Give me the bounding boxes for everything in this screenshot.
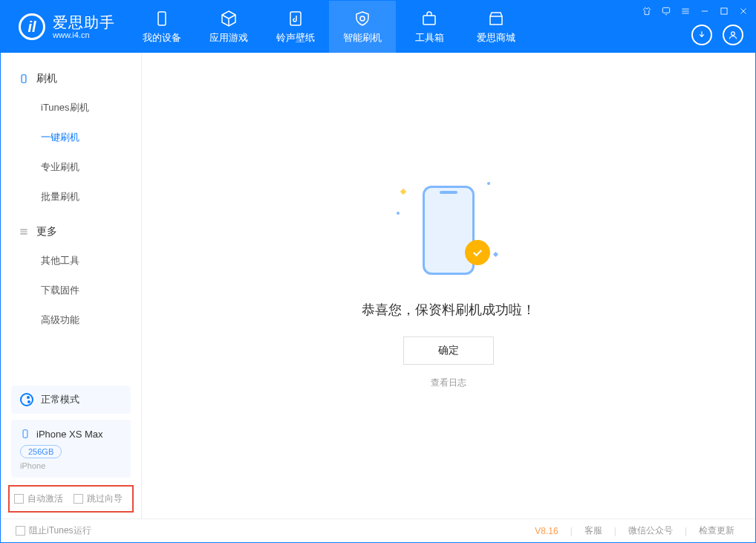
app-title: 爱思助手	[53, 14, 115, 30]
tab-ringtone-wallpaper[interactable]: 铃声壁纸	[262, 1, 329, 53]
spark-icon	[493, 252, 498, 257]
checkbox-skip-guide[interactable]: 跳过向导	[74, 492, 123, 505]
sidebar: 刷机 iTunes刷机 一键刷机 专业刷机 批量刷机 更多 其他工具 下载固件 …	[1, 53, 142, 518]
divider: |	[570, 526, 573, 536]
checkbox-label: 阻止iTunes运行	[29, 524, 91, 537]
sidebar-item-batch-flash[interactable]: 批量刷机	[1, 182, 141, 212]
tab-toolbox[interactable]: 工具箱	[396, 1, 463, 53]
sidebar-section-title: 更多	[36, 225, 57, 238]
svg-point-4	[731, 32, 735, 36]
minimize-button[interactable]	[699, 5, 711, 17]
header: il 爱思助手 www.i4.cn 我的设备 应用游戏 铃声壁纸 智能刷机	[1, 1, 755, 53]
svg-rect-2	[423, 16, 435, 25]
dot-icon	[397, 212, 400, 215]
sidebar-section-title: 刷机	[36, 72, 57, 85]
svg-rect-8	[23, 430, 27, 438]
footer: 阻止iTunes运行 V8.16 | 客服 | 微信公众号 | 检查更新	[1, 518, 755, 542]
window-controls	[641, 5, 749, 17]
sidebar-section-more: 更多	[1, 219, 141, 246]
music-file-icon	[286, 9, 305, 28]
mode-label: 正常模式	[41, 393, 79, 406]
footer-right: V8.16 | 客服 | 微信公众号 | 检查更新	[535, 524, 740, 537]
main-tabs: 我的设备 应用游戏 铃声壁纸 智能刷机 工具箱 爱思商城	[128, 1, 529, 53]
checkbox-box-icon	[74, 494, 83, 504]
svg-rect-7	[22, 75, 26, 83]
feedback-icon[interactable]	[660, 5, 672, 17]
tab-label: 铃声壁纸	[276, 31, 315, 45]
phone-outline-icon	[19, 74, 29, 84]
refresh-shield-icon	[353, 9, 372, 28]
tab-my-device[interactable]: 我的设备	[128, 1, 195, 53]
view-log-link[interactable]: 查看日志	[431, 377, 466, 389]
divider: |	[685, 526, 687, 536]
tab-smart-flash[interactable]: 智能刷机	[329, 1, 396, 53]
sidebar-bottom: 正常模式 iPhone XS Max 256GB iPhone 自动激活	[1, 380, 141, 518]
store-icon	[486, 9, 506, 28]
checkbox-auto-activate[interactable]: 自动激活	[14, 492, 63, 505]
list-icon	[19, 227, 29, 237]
toolbox-icon	[420, 9, 439, 28]
svg-rect-1	[290, 12, 301, 25]
success-message: 恭喜您，保资料刷机成功啦！	[362, 301, 535, 319]
highlighted-checkbox-row: 自动激活 跳过向导	[8, 485, 134, 513]
maximize-button[interactable]	[718, 5, 730, 17]
checkbox-box-icon	[16, 526, 25, 536]
menu-icon[interactable]	[680, 5, 691, 17]
device-type: iPhone	[20, 461, 122, 470]
mode-icon	[20, 393, 33, 406]
ok-button[interactable]: 确定	[403, 336, 494, 365]
app-window: il 爱思助手 www.i4.cn 我的设备 应用游戏 铃声壁纸 智能刷机	[0, 0, 756, 543]
sidebar-item-advanced[interactable]: 高级功能	[1, 305, 141, 335]
spark-icon	[400, 189, 406, 195]
tab-label: 智能刷机	[343, 31, 382, 45]
logo-area: il 爱思助手 www.i4.cn	[1, 13, 128, 40]
header-right-buttons	[691, 25, 743, 45]
tab-store[interactable]: 爱思商城	[463, 1, 529, 53]
app-subtitle: www.i4.cn	[53, 30, 115, 39]
phone-graphic	[423, 186, 475, 275]
svg-rect-5	[662, 7, 669, 13]
checkbox-label: 跳过向导	[87, 492, 123, 505]
download-button[interactable]	[691, 25, 712, 45]
sidebar-item-itunes-flash[interactable]: iTunes刷机	[1, 93, 141, 123]
mode-card[interactable]: 正常模式	[11, 386, 131, 414]
footer-link-wechat[interactable]: 微信公众号	[622, 524, 679, 537]
sidebar-item-pro-flash[interactable]: 专业刷机	[1, 152, 141, 182]
tab-label: 工具箱	[415, 31, 444, 45]
svg-rect-6	[721, 8, 727, 14]
logo-text: 爱思助手 www.i4.cn	[53, 14, 115, 39]
checkbox-box-icon	[14, 494, 24, 504]
user-button[interactable]	[723, 25, 743, 45]
version-label: V8.16	[535, 526, 558, 536]
close-button[interactable]	[737, 5, 749, 17]
svg-rect-3	[490, 16, 502, 25]
tab-label: 我的设备	[143, 31, 181, 45]
checkbox-label: 自动激活	[27, 492, 63, 505]
tab-label: 应用游戏	[209, 31, 248, 45]
check-badge-icon	[465, 240, 490, 265]
device-capacity-badge: 256GB	[20, 445, 62, 458]
tab-apps-games[interactable]: 应用游戏	[195, 1, 262, 53]
sidebar-section-flash: 刷机	[1, 66, 141, 93]
body: 刷机 iTunes刷机 一键刷机 专业刷机 批量刷机 更多 其他工具 下载固件 …	[1, 53, 755, 518]
device-name: iPhone XS Max	[36, 429, 103, 440]
main-content: 恭喜您，保资料刷机成功啦！ 确定 查看日志	[142, 53, 755, 518]
phone-icon	[152, 9, 172, 28]
sidebar-item-other-tools[interactable]: 其他工具	[1, 246, 141, 276]
dot-icon	[487, 182, 490, 185]
device-phone-icon	[20, 427, 30, 440]
device-card[interactable]: iPhone XS Max 256GB iPhone	[11, 420, 131, 478]
success-illustration	[404, 182, 493, 286]
logo-icon: il	[19, 13, 45, 40]
tab-label: 爱思商城	[477, 31, 515, 45]
footer-link-support[interactable]: 客服	[579, 524, 608, 537]
device-name-row: iPhone XS Max	[20, 427, 122, 440]
cube-icon	[219, 9, 238, 28]
footer-link-update[interactable]: 检查更新	[693, 524, 740, 537]
shirt-icon[interactable]	[641, 5, 653, 17]
checkbox-block-itunes[interactable]: 阻止iTunes运行	[16, 524, 91, 537]
svg-rect-0	[158, 12, 166, 25]
sidebar-item-onekey-flash[interactable]: 一键刷机	[1, 123, 141, 152]
divider: |	[614, 526, 616, 536]
sidebar-item-download-firmware[interactable]: 下载固件	[1, 276, 141, 305]
